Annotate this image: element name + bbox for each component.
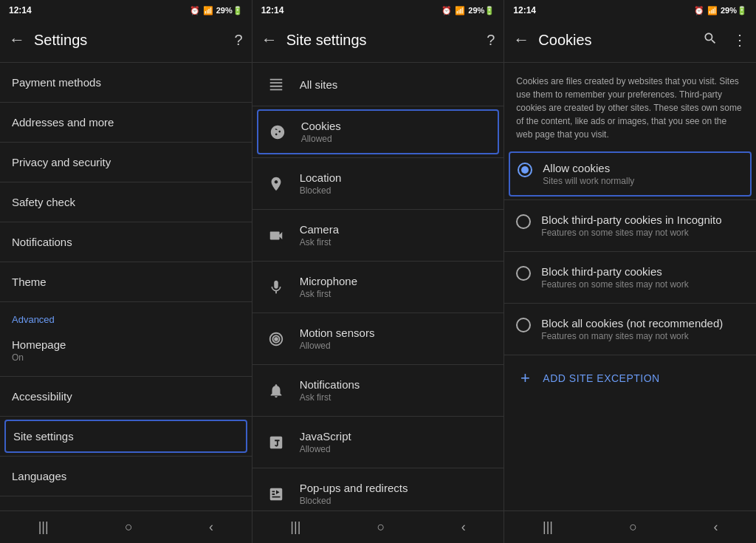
cookies-search-icon[interactable] <box>703 31 718 49</box>
div-notif <box>0 262 252 262</box>
radio-all-text: Block all cookies (not recommended) Feat… <box>541 317 744 341</box>
cookies-option-block-all[interactable]: Block all cookies (not recommended) Feat… <box>504 307 756 352</box>
nav-back-3[interactable]: ‹ <box>713 519 718 535</box>
site-item-motion[interactable]: Motion sensors Allowed <box>252 316 504 361</box>
cookies-more-icon[interactable]: ⋮ <box>732 31 747 49</box>
advanced-section-label: Advanced <box>0 305 252 328</box>
status-icons-3: ⏰ 📶 29%🔋 <box>694 6 747 16</box>
status-bar-3: 12:14 ⏰ 📶 29%🔋 <box>504 0 756 21</box>
menu-item-privacy[interactable]: Privacy and security <box>0 146 252 179</box>
menu-item-accessibility[interactable]: Accessibility <box>0 380 252 413</box>
js-icon <box>264 434 288 451</box>
mic-icon <box>264 279 288 296</box>
div-all <box>252 106 504 106</box>
signal-icon: 📶 <box>203 6 213 16</box>
div-loc <box>252 209 504 210</box>
motion-icon <box>264 331 288 347</box>
cookies-back-button[interactable]: ← <box>513 30 529 49</box>
nav-bar-2: ||| ○ ‹ <box>252 510 504 543</box>
divider-1 <box>0 62 252 63</box>
radio-incognito-circle <box>516 214 531 229</box>
nav-back-1[interactable]: ‹ <box>209 519 213 535</box>
div-motion <box>252 364 504 365</box>
site-item-location[interactable]: Location Blocked <box>252 161 504 206</box>
divider-3 <box>504 62 756 63</box>
nav-recent-3[interactable]: ||| <box>543 519 553 535</box>
site-item-cookies[interactable]: Cookies Allowed <box>257 109 500 154</box>
divider-2 <box>252 62 504 63</box>
list-icon <box>264 76 288 92</box>
site-item-notifications[interactable]: Notifications Ask first <box>252 368 504 413</box>
bell-icon <box>264 383 288 399</box>
radio-allow-inner <box>521 166 529 174</box>
settings-help-icon[interactable]: ? <box>235 32 243 49</box>
settings-topbar: ← Settings ? <box>0 21 252 59</box>
status-icons-1: ⏰ 📶 29%🔋 <box>190 6 243 16</box>
signal-icon-3: 📶 <box>707 6 718 16</box>
menu-item-payment[interactable]: Payment methods <box>0 66 252 99</box>
div-mic <box>252 313 504 313</box>
menu-item-notifications[interactable]: Notifications <box>0 225 252 259</box>
menu-item-lite-mode[interactable]: Lite mode 12% data savings <box>0 499 252 510</box>
div-opt4 <box>504 355 756 355</box>
cookies-option-block-incognito[interactable]: Block third-party cookies in Incognito F… <box>504 203 756 248</box>
nav-bar-1: ||| ○ ‹ <box>0 510 252 543</box>
div-opt3 <box>504 303 756 304</box>
site-item-all-sites[interactable]: All sites <box>252 66 504 103</box>
menu-item-site-settings[interactable]: Site settings <box>4 420 247 453</box>
status-icons-2: ⏰ 📶 29%🔋 <box>441 6 495 16</box>
add-site-exception-button[interactable]: + ADD SITE EXCEPTION <box>504 358 756 398</box>
div-home <box>0 376 252 377</box>
settings-panel: 12:14 ⏰ 📶 29%🔋 ← Settings ? Payment meth… <box>0 0 252 543</box>
nav-home-1[interactable]: ○ <box>125 519 133 535</box>
menu-item-theme[interactable]: Theme <box>0 265 252 298</box>
radio-incognito-text: Block third-party cookies in Incognito F… <box>541 214 744 238</box>
site-item-camera[interactable]: Camera Ask first <box>252 213 504 258</box>
site-settings-help-icon[interactable]: ? <box>487 32 495 49</box>
popup-icon <box>264 486 288 502</box>
div-access <box>0 416 252 417</box>
nav-back-2[interactable]: ‹ <box>461 519 466 535</box>
cookies-options-list: Allow cookies Sites will work normally B… <box>504 150 756 510</box>
location-icon <box>264 176 288 192</box>
cookies-topbar: ← Cookies ⋮ <box>504 21 756 59</box>
battery-2: 29%🔋 <box>468 6 495 16</box>
site-item-microphone[interactable]: Microphone Ask first <box>252 264 504 310</box>
menu-item-languages[interactable]: Languages <box>0 460 252 493</box>
battery-1: 29%🔋 <box>216 6 243 16</box>
menu-item-safety[interactable]: Safety check <box>0 185 252 219</box>
alarm-icon-2: ⏰ <box>441 6 452 16</box>
signal-icon-2: 📶 <box>455 6 465 16</box>
site-settings-panel: 12:14 ⏰ 📶 29%🔋 ← Site settings ? All sit… <box>252 0 505 543</box>
radio-allow-text: Allow cookies Sites will work normally <box>543 162 743 186</box>
nav-recent-2[interactable]: ||| <box>290 519 300 535</box>
nav-recent-1[interactable]: ||| <box>38 519 49 535</box>
time-2: 12:14 <box>261 5 284 16</box>
settings-title: Settings <box>34 32 226 49</box>
settings-menu-list: Payment methods Addresses and more Priva… <box>0 66 252 510</box>
radio-all-circle <box>516 318 531 332</box>
site-settings-back-button[interactable]: ← <box>261 30 278 49</box>
site-item-javascript[interactable]: JavaScript Allowed <box>252 420 504 465</box>
cookies-option-allow[interactable]: Allow cookies Sites will work normally <box>509 151 752 197</box>
time-1: 12:14 <box>9 5 32 16</box>
div-theme <box>0 301 252 302</box>
settings-back-button[interactable]: ← <box>9 30 25 49</box>
menu-item-addresses[interactable]: Addresses and more <box>0 106 252 139</box>
nav-home-3[interactable]: ○ <box>629 519 637 535</box>
nav-home-2[interactable]: ○ <box>377 519 385 535</box>
site-settings-menu-list: All sites Cookies Allowed Location Block… <box>252 66 504 510</box>
cookies-title: Cookies <box>538 32 694 49</box>
div-priv <box>0 182 252 182</box>
div-addr <box>0 142 252 143</box>
site-item-popups[interactable]: Pop-ups and redirects Blocked <box>252 471 504 510</box>
radio-allow-circle <box>518 163 532 177</box>
camera-icon <box>264 228 288 244</box>
div-cam <box>252 261 504 262</box>
svg-point-0 <box>274 337 278 341</box>
site-settings-title: Site settings <box>286 32 478 49</box>
cookies-option-block-third[interactable]: Block third-party cookies Features on so… <box>504 255 756 300</box>
menu-item-homepage[interactable]: Homepage On <box>0 328 252 373</box>
alarm-icon-3: ⏰ <box>694 6 704 16</box>
alarm-icon: ⏰ <box>190 6 200 16</box>
